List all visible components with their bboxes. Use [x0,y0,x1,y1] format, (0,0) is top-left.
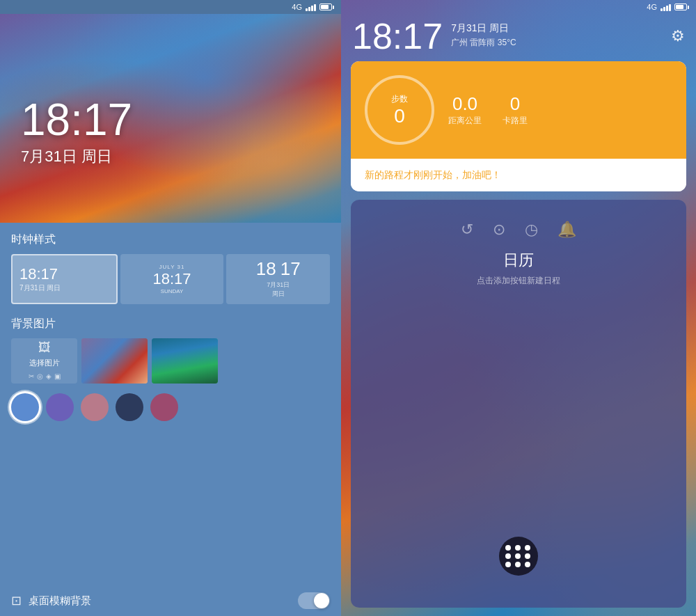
calendar-subtitle: 点击添加按钮新建日程 [477,275,560,287]
clock-icon[interactable]: ◷ [525,221,538,239]
clock-opt-3-top: 18 [256,260,276,278]
clock-opt-2-day: SUNDAY [127,288,217,294]
step-card-top: 步数 0 0.0 距离公里 0 卡路里 [351,61,686,159]
color-dot-2[interactable] [81,393,109,421]
bg-preview-1[interactable] [81,338,148,384]
clock-option-3[interactable]: 18 17 7月31日 周日 [226,254,330,304]
sub-icon-1: ✂ [29,372,34,380]
dot-8 [515,562,521,567]
app-dots-grid [505,545,532,567]
right-time-display: 18:17 [352,18,443,54]
sub-icon-3: ◈ [46,372,52,380]
dot-5 [515,553,521,559]
step-card-bottom: 新的路程才刚刚开始，加油吧！ [351,159,686,191]
clock-opt-2-time: 18:17 [127,270,217,288]
toggle-thumb [314,593,329,608]
calendar-title: 日历 [503,250,534,271]
dot-6 [525,553,530,559]
app-drawer-button[interactable] [499,537,538,576]
right-signal-icon [661,3,671,11]
dot-2 [515,545,521,551]
clock-option-1[interactable]: 18:17 7月31日 周日 [11,254,118,304]
calorie-label: 卡路里 [503,115,528,127]
right-panel: 4G 18:17 7月31日 周日 广州 雷阵雨 35°C ⚙ [341,0,696,616]
lock-time-display: 18:17 [21,97,132,142]
bg-image-list: 🖼 选择图片 ✂ ◎ ◈ ▣ [11,338,330,384]
right-network-label: 4G [647,3,657,11]
battery-icon [319,3,334,10]
color-dot-3[interactable] [116,393,143,421]
signal-icon [306,3,316,11]
color-dot-4[interactable] [150,393,178,421]
clock-opt-1-date: 7月31日 周日 [19,283,109,293]
clock-options-list: 18:17 7月31日 周日 JULY 31 18:17 SUNDAY 18 1… [11,254,330,304]
calendar-card: ↺ ⊙ ◷ 🔔 日历 点击添加按钮新建日程 [351,200,686,608]
sub-icon-4: ▣ [54,372,61,380]
lock-time-container: 18:17 7月31日 周日 [21,97,132,167]
color-dot-1[interactable] [46,393,74,421]
dot-9 [525,562,530,567]
calendar-icons: ↺ ⊙ ◷ 🔔 [461,221,576,239]
dot-3 [525,545,530,551]
right-header: 18:17 7月31日 周日 广州 雷阵雨 35°C ⚙ [341,14,696,61]
clock-style-title: 时钟样式 [11,232,330,247]
bg-preview-2[interactable] [152,338,218,384]
step-label: 步数 [391,93,408,105]
blur-section: ⊡ 桌面模糊背景 [0,585,341,616]
blur-icon: ⊡ [11,593,22,608]
blur-toggle[interactable] [298,592,330,609]
settings-button[interactable]: ⚙ [671,27,685,45]
choose-image-btn[interactable]: 🖼 选择图片 ✂ ◎ ◈ ▣ [11,338,77,384]
right-info: 7月31日 周日 广州 雷阵雨 35°C [451,18,516,49]
calorie-stat: 0 卡路里 [503,93,528,127]
right-header-left: 18:17 7月31日 周日 广州 雷阵雨 35°C [352,18,516,54]
step-message: 新的路程才刚刚开始，加油吧！ [365,169,501,180]
clock-opt-3-bottom: 17 [280,260,301,278]
lock-date-display: 7月31日 周日 [21,146,132,167]
clock-opt-3-date: 7月31日 周日 [267,281,290,299]
clock-opt-2-label: JULY 31 [127,264,217,270]
color-dot-0[interactable] [11,393,39,421]
clock-opt-1-time: 18:17 [19,265,109,283]
bell-icon[interactable]: 🔔 [557,221,576,239]
dot-4 [505,553,511,559]
step-count: 0 [394,105,405,127]
step-circle: 步数 0 [365,75,434,145]
choose-label: 选择图片 [29,358,60,368]
step-stats: 0.0 距离公里 0 卡路里 [448,93,672,127]
distance-value: 0.0 [452,93,477,115]
color-dots-list [11,390,330,424]
blur-label: 桌面模糊背景 [29,594,291,608]
right-status-bar: 4G [341,0,696,14]
calorie-value: 0 [510,93,520,115]
location-icon[interactable]: ⊙ [493,221,505,239]
step-card: 步数 0 0.0 距离公里 0 卡路里 新的路程才刚刚开始，加油吧！ [351,61,686,191]
right-weather-line: 广州 雷阵雨 35°C [451,37,516,49]
dot-1 [505,545,511,551]
sub-icon-2: ◎ [37,372,43,380]
image-icon: 🖼 [38,340,51,355]
refresh-icon[interactable]: ↺ [461,221,473,239]
bg-title: 背景图片 [11,317,330,331]
distance-stat: 0.0 距离公里 [448,93,482,127]
clock-option-2[interactable]: JULY 31 18:17 SUNDAY [120,254,224,304]
left-status-bar: 4G [0,0,341,14]
left-panel: 4G 18:17 7月31日 周日 时钟样式 18:17 7月31日 周日 [0,0,341,616]
bg-image-section: 背景图片 🖼 选择图片 ✂ ◎ ◈ ▣ [0,310,341,429]
network-label: 4G [292,3,302,11]
distance-label: 距离公里 [448,115,482,127]
right-battery-icon [674,3,689,10]
clock-style-section: 时钟样式 18:17 7月31日 周日 JULY 31 18:17 SUNDAY… [0,223,341,310]
right-date-line: 7月31日 周日 [451,22,516,35]
right-content: 4G 18:17 7月31日 周日 广州 雷阵雨 35°C ⚙ [341,0,696,616]
wallpaper-preview: 18:17 7月31日 周日 [0,14,341,223]
dot-7 [505,562,511,567]
